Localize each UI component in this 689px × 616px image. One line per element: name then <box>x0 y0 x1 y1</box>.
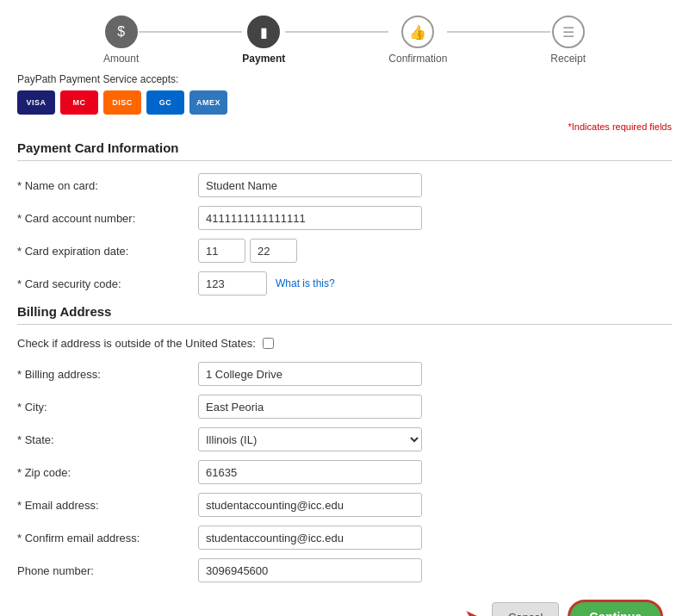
visa-logo: VISA <box>17 90 55 115</box>
zip-row: * Zip code: <box>17 460 672 484</box>
mastercard-logo: MC <box>60 90 98 115</box>
phone-label: Phone number: <box>17 564 198 577</box>
phone-input[interactable] <box>198 558 422 582</box>
state-row: * State: Illinois (IL) Alabama (AL) Alas… <box>17 427 672 451</box>
address-input[interactable] <box>198 362 422 386</box>
confirm-email-label: * Confirm email address: <box>17 532 198 544</box>
expiry-group <box>198 239 297 263</box>
step-amount-circle: $ <box>105 16 138 48</box>
expiry-month-input[interactable] <box>198 239 245 263</box>
cancel-button[interactable]: Cancel <box>492 602 559 616</box>
city-input[interactable] <box>198 395 422 419</box>
security-row: * Card security code: What is this? <box>17 271 672 296</box>
expiry-year-input[interactable] <box>250 239 297 263</box>
confirm-email-row: * Confirm email address: <box>17 526 672 550</box>
city-row: * City: <box>17 395 672 419</box>
outside-us-checkbox[interactable] <box>263 338 274 349</box>
button-row: ➤ Cancel Continue <box>17 600 672 616</box>
step-amount: $ Amount <box>103 16 139 65</box>
accepts-section: PayPath Payment Service accepts: VISA MC… <box>17 73 672 115</box>
continue-button[interactable]: Continue <box>568 600 663 616</box>
main-content: PayPath Payment Service accepts: VISA MC… <box>0 73 689 616</box>
name-input[interactable] <box>198 173 422 197</box>
step-receipt-circle: ☰ <box>552 16 585 48</box>
email-label: * Email address: <box>17 499 198 512</box>
expiry-row: * Card expiration date: <box>17 239 672 263</box>
outside-us-row: Check if address is outside of the Unite… <box>17 337 672 350</box>
expiry-label: * Card expiration date: <box>17 245 198 258</box>
address-label: * Billing address: <box>17 368 198 381</box>
continue-arrow-icon: ➤ <box>464 606 480 616</box>
security-group: What is this? <box>198 271 335 296</box>
card-number-input[interactable] <box>198 206 422 230</box>
what-is-this-link[interactable]: What is this? <box>276 277 335 289</box>
progress-bar: $ Amount ▮ Payment 👍 Confirmation ☰ Rece… <box>0 0 689 73</box>
city-label: * City: <box>17 401 198 414</box>
confirm-email-input[interactable] <box>198 526 422 550</box>
state-select[interactable]: Illinois (IL) Alabama (AL) Alaska (AK) A… <box>198 427 422 451</box>
discover-logo: DISC <box>103 90 141 115</box>
step-confirmation-circle: 👍 <box>401 16 434 48</box>
email-input[interactable] <box>198 493 422 517</box>
step-confirmation-label: Confirmation <box>388 53 447 65</box>
name-row: * Name on card: <box>17 173 672 197</box>
billing-section-header: Billing Address <box>17 304 672 325</box>
outside-us-label: Check if address is outside of the Unite… <box>17 337 256 350</box>
step-confirmation: 👍 Confirmation <box>388 16 447 65</box>
step-amount-label: Amount <box>103 53 139 65</box>
step-payment-circle: ▮ <box>247 16 280 48</box>
required-note: *Indicates required fields <box>17 121 672 132</box>
step-receipt-label: Receipt <box>550 53 586 65</box>
phone-row: Phone number: <box>17 558 672 582</box>
security-label: * Card security code: <box>17 277 198 290</box>
step-line-2 <box>285 31 388 33</box>
state-label: * State: <box>17 433 198 446</box>
zip-label: * Zip code: <box>17 466 198 479</box>
name-label: * Name on card: <box>17 179 198 192</box>
security-code-input[interactable] <box>198 271 267 296</box>
card-number-label: * Card account number: <box>17 212 198 225</box>
step-payment: ▮ Payment <box>242 16 285 65</box>
payment-section-header: Payment Card Information <box>17 140 672 161</box>
address-row: * Billing address: <box>17 362 672 386</box>
step-payment-label: Payment <box>242 53 285 65</box>
email-row: * Email address: <box>17 493 672 517</box>
step-receipt: ☰ Receipt <box>550 16 586 65</box>
zip-input[interactable] <box>198 460 422 484</box>
card-number-row: * Card account number: <box>17 206 672 230</box>
accepts-label: PayPath Payment Service accepts: <box>17 73 672 85</box>
card-logos: VISA MC DISC GC AMEX <box>17 90 672 115</box>
amex-logo: AMEX <box>189 90 227 115</box>
step-line-1 <box>139 31 242 33</box>
giftcard-logo: GC <box>146 90 184 115</box>
step-line-3 <box>447 31 550 33</box>
